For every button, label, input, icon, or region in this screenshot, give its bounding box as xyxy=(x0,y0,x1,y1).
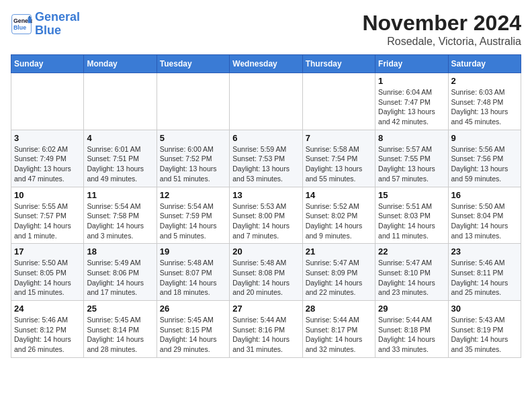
calendar-week-row: 24Sunrise: 5:46 AM Sunset: 8:12 PM Dayli… xyxy=(11,301,521,358)
day-number: 16 xyxy=(451,190,518,200)
calendar-cell: 27Sunrise: 5:44 AM Sunset: 8:16 PM Dayli… xyxy=(230,301,302,358)
day-info: Sunrise: 5:50 AM Sunset: 8:05 PM Dayligh… xyxy=(14,258,81,298)
day-info: Sunrise: 5:44 AM Sunset: 8:18 PM Dayligh… xyxy=(378,315,445,355)
calendar-cell xyxy=(230,73,302,130)
weekday-header: Tuesday xyxy=(157,55,229,73)
day-number: 21 xyxy=(306,246,372,257)
day-info: Sunrise: 5:48 AM Sunset: 8:08 PM Dayligh… xyxy=(232,258,299,298)
day-info: Sunrise: 5:49 AM Sunset: 8:06 PM Dayligh… xyxy=(87,258,153,298)
day-info: Sunrise: 5:45 AM Sunset: 8:15 PM Dayligh… xyxy=(160,315,226,355)
day-number: 25 xyxy=(87,304,153,314)
weekday-header: Friday xyxy=(375,55,448,73)
calendar-cell: 13Sunrise: 5:53 AM Sunset: 8:00 PM Dayli… xyxy=(230,187,302,244)
day-info: Sunrise: 6:00 AM Sunset: 7:52 PM Dayligh… xyxy=(160,144,226,184)
day-info: Sunrise: 5:44 AM Sunset: 8:16 PM Dayligh… xyxy=(232,315,299,355)
header: General Blue GeneralBlue November 2024 R… xyxy=(11,11,521,48)
calendar-cell: 7Sunrise: 5:58 AM Sunset: 7:54 PM Daylig… xyxy=(302,130,375,187)
day-info: Sunrise: 5:57 AM Sunset: 7:55 PM Dayligh… xyxy=(378,144,445,184)
weekday-header: Thursday xyxy=(302,55,375,73)
calendar-cell: 30Sunrise: 5:43 AM Sunset: 8:19 PM Dayli… xyxy=(448,301,521,358)
day-info: Sunrise: 5:50 AM Sunset: 8:04 PM Dayligh… xyxy=(451,201,518,241)
day-number: 13 xyxy=(232,190,299,200)
day-number: 11 xyxy=(87,190,153,200)
day-info: Sunrise: 6:01 AM Sunset: 7:51 PM Dayligh… xyxy=(87,144,153,184)
calendar-cell: 19Sunrise: 5:48 AM Sunset: 8:07 PM Dayli… xyxy=(157,244,229,301)
title-area: November 2024 Rosedale, Victoria, Austra… xyxy=(362,11,521,48)
day-info: Sunrise: 5:47 AM Sunset: 8:10 PM Dayligh… xyxy=(378,258,445,298)
calendar-week-row: 10Sunrise: 5:55 AM Sunset: 7:57 PM Dayli… xyxy=(11,187,521,244)
day-number: 20 xyxy=(232,246,299,257)
day-number: 29 xyxy=(378,304,445,314)
calendar-cell: 26Sunrise: 5:45 AM Sunset: 8:15 PM Dayli… xyxy=(157,301,229,358)
calendar-cell: 25Sunrise: 5:45 AM Sunset: 8:14 PM Dayli… xyxy=(84,301,157,358)
day-info: Sunrise: 6:03 AM Sunset: 7:48 PM Dayligh… xyxy=(451,87,518,127)
calendar: SundayMondayTuesdayWednesdayThursdayFrid… xyxy=(11,54,521,358)
calendar-cell: 21Sunrise: 5:47 AM Sunset: 8:09 PM Dayli… xyxy=(302,244,375,301)
day-number: 14 xyxy=(306,190,372,200)
day-number: 27 xyxy=(232,304,299,314)
day-number: 4 xyxy=(87,133,153,143)
day-number: 18 xyxy=(87,246,153,257)
calendar-cell: 24Sunrise: 5:46 AM Sunset: 8:12 PM Dayli… xyxy=(11,301,84,358)
calendar-cell: 16Sunrise: 5:50 AM Sunset: 8:04 PM Dayli… xyxy=(448,187,521,244)
calendar-cell: 4Sunrise: 6:01 AM Sunset: 7:51 PM Daylig… xyxy=(84,130,157,187)
day-number: 23 xyxy=(451,246,518,257)
day-number: 15 xyxy=(378,190,445,200)
calendar-cell xyxy=(302,73,375,130)
day-info: Sunrise: 5:47 AM Sunset: 8:09 PM Dayligh… xyxy=(306,258,372,298)
day-number: 9 xyxy=(451,133,518,143)
day-number: 26 xyxy=(160,304,226,314)
day-info: Sunrise: 5:44 AM Sunset: 8:17 PM Dayligh… xyxy=(306,315,372,355)
weekday-header: Wednesday xyxy=(230,55,302,73)
calendar-cell: 3Sunrise: 6:02 AM Sunset: 7:49 PM Daylig… xyxy=(11,130,84,187)
day-number: 28 xyxy=(306,304,372,314)
logo-text: GeneralBlue xyxy=(35,11,80,38)
day-number: 6 xyxy=(232,133,299,143)
svg-marker-3 xyxy=(28,17,32,23)
calendar-cell: 15Sunrise: 5:51 AM Sunset: 8:03 PM Dayli… xyxy=(375,187,448,244)
day-number: 7 xyxy=(306,133,372,143)
day-number: 12 xyxy=(160,190,226,200)
calendar-cell xyxy=(84,73,157,130)
day-info: Sunrise: 5:48 AM Sunset: 8:07 PM Dayligh… xyxy=(160,258,226,298)
day-info: Sunrise: 5:52 AM Sunset: 8:02 PM Dayligh… xyxy=(306,201,372,241)
calendar-cell: 12Sunrise: 5:54 AM Sunset: 7:59 PM Dayli… xyxy=(157,187,229,244)
calendar-cell: 9Sunrise: 5:56 AM Sunset: 7:56 PM Daylig… xyxy=(448,130,521,187)
day-info: Sunrise: 5:54 AM Sunset: 7:59 PM Dayligh… xyxy=(160,201,226,241)
day-number: 10 xyxy=(14,190,81,200)
day-number: 8 xyxy=(378,133,445,143)
day-info: Sunrise: 5:53 AM Sunset: 8:00 PM Dayligh… xyxy=(232,201,299,241)
svg-text:Blue: Blue xyxy=(13,24,26,31)
day-info: Sunrise: 5:58 AM Sunset: 7:54 PM Dayligh… xyxy=(306,144,372,184)
calendar-cell: 2Sunrise: 6:03 AM Sunset: 7:48 PM Daylig… xyxy=(448,73,521,130)
calendar-week-row: 17Sunrise: 5:50 AM Sunset: 8:05 PM Dayli… xyxy=(11,244,521,301)
day-info: Sunrise: 6:04 AM Sunset: 7:47 PM Dayligh… xyxy=(378,87,445,127)
day-info: Sunrise: 6:02 AM Sunset: 7:49 PM Dayligh… xyxy=(14,144,81,184)
calendar-cell: 28Sunrise: 5:44 AM Sunset: 8:17 PM Dayli… xyxy=(302,301,375,358)
day-number: 1 xyxy=(378,76,445,86)
day-info: Sunrise: 5:43 AM Sunset: 8:19 PM Dayligh… xyxy=(451,315,518,355)
calendar-cell: 22Sunrise: 5:47 AM Sunset: 8:10 PM Dayli… xyxy=(375,244,448,301)
day-info: Sunrise: 5:55 AM Sunset: 7:57 PM Dayligh… xyxy=(14,201,81,241)
calendar-cell: 14Sunrise: 5:52 AM Sunset: 8:02 PM Dayli… xyxy=(302,187,375,244)
calendar-cell: 20Sunrise: 5:48 AM Sunset: 8:08 PM Dayli… xyxy=(230,244,302,301)
day-number: 17 xyxy=(14,246,81,257)
calendar-cell: 17Sunrise: 5:50 AM Sunset: 8:05 PM Dayli… xyxy=(11,244,84,301)
day-info: Sunrise: 5:45 AM Sunset: 8:14 PM Dayligh… xyxy=(87,315,153,355)
logo: General Blue GeneralBlue xyxy=(11,11,80,38)
day-info: Sunrise: 5:46 AM Sunset: 8:12 PM Dayligh… xyxy=(14,315,81,355)
day-number: 3 xyxy=(14,133,81,143)
calendar-cell: 18Sunrise: 5:49 AM Sunset: 8:06 PM Dayli… xyxy=(84,244,157,301)
day-number: 22 xyxy=(378,246,445,257)
day-info: Sunrise: 5:59 AM Sunset: 7:53 PM Dayligh… xyxy=(232,144,299,184)
day-info: Sunrise: 5:46 AM Sunset: 8:11 PM Dayligh… xyxy=(451,258,518,298)
calendar-cell xyxy=(157,73,229,130)
day-info: Sunrise: 5:54 AM Sunset: 7:58 PM Dayligh… xyxy=(87,201,153,241)
weekday-header: Monday xyxy=(84,55,157,73)
calendar-cell: 1Sunrise: 6:04 AM Sunset: 7:47 PM Daylig… xyxy=(375,73,448,130)
day-number: 2 xyxy=(451,76,518,86)
calendar-cell: 23Sunrise: 5:46 AM Sunset: 8:11 PM Dayli… xyxy=(448,244,521,301)
location-title: Rosedale, Victoria, Australia xyxy=(362,36,521,48)
calendar-cell: 8Sunrise: 5:57 AM Sunset: 7:55 PM Daylig… xyxy=(375,130,448,187)
calendar-week-row: 3Sunrise: 6:02 AM Sunset: 7:49 PM Daylig… xyxy=(11,130,521,187)
